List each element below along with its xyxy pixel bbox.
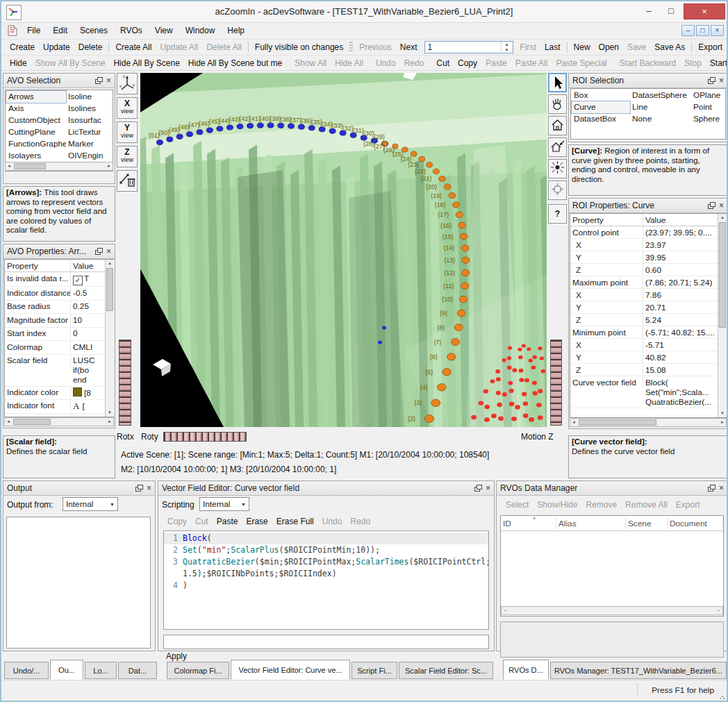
- property-value[interactable]: 39.95: [643, 251, 726, 263]
- toolbar-button-start-forward[interactable]: Start Forward: [706, 57, 727, 69]
- toolbar-button-start-backward[interactable]: Start Backward: [615, 57, 680, 69]
- vfe-button-erase-full[interactable]: Erase Full: [272, 515, 318, 528]
- list-item-isolines[interactable]: Isolines: [66, 103, 113, 115]
- close-panel-icon[interactable]: ×: [486, 485, 490, 492]
- roi-properties-hscrollbar[interactable]: ◄►: [570, 418, 727, 427]
- rvos-column-scene[interactable]: Scene: [626, 517, 668, 529]
- menu-help[interactable]: Help: [221, 24, 251, 37]
- table-row-is-invalid-data-r[interactable]: Is invalid data r...✓T: [5, 272, 113, 287]
- list-item-oivengin[interactable]: OIVEngin: [66, 150, 113, 162]
- rvos-column-alias[interactable]: Alias: [556, 517, 626, 529]
- property-value[interactable]: 15.08: [643, 364, 726, 376]
- tab-script-fi[interactable]: Script Fi...: [351, 662, 397, 679]
- vfe-button-undo[interactable]: Undo: [318, 515, 347, 528]
- rvos-header[interactable]: RVOs Data Manager ×: [497, 481, 727, 496]
- property-value[interactable]: 0.60: [643, 264, 726, 276]
- expression-input[interactable]: [163, 635, 489, 649]
- property-value[interactable]: 40.82: [643, 351, 726, 363]
- menu-edit[interactable]: Edit: [47, 24, 74, 37]
- table-row-control-point[interactable]: Control point(23.97; 39.95; 0....: [570, 226, 726, 239]
- tab-undo[interactable]: Undo/...: [4, 662, 49, 679]
- code-editor[interactable]: 1Block(2Set("min";ScalarPlus($ROICIPoint…: [163, 530, 489, 630]
- list-item-datasetbox[interactable]: DatasetBox: [572, 113, 630, 125]
- home-view-button[interactable]: [548, 116, 567, 135]
- set-home-button[interactable]: [548, 137, 567, 157]
- tab-ou[interactable]: Ou...: [50, 660, 83, 680]
- menu-view[interactable]: View: [149, 24, 179, 37]
- list-item-sphere[interactable]: Sphere: [691, 113, 726, 125]
- toolbar-button-open[interactable]: Open: [595, 41, 623, 53]
- property-value[interactable]: (7.86; 20.71; 5.24): [643, 276, 726, 288]
- table-row-x[interactable]: X7.86: [570, 289, 726, 301]
- toolbar-button-save[interactable]: Save: [623, 41, 650, 53]
- toolbar-button-undo[interactable]: Undo: [372, 57, 400, 69]
- close-panel-icon[interactable]: ×: [106, 248, 111, 256]
- avo-properties-vscrollbar[interactable]: ▲▼: [105, 260, 114, 417]
- toolbar-button-create[interactable]: Create: [6, 41, 39, 53]
- tab-dat[interactable]: Dat...: [118, 662, 157, 679]
- column-header-property[interactable]: Property: [570, 214, 643, 226]
- menu-file[interactable]: File: [21, 24, 47, 37]
- table-row-y[interactable]: Y40.82: [570, 351, 726, 364]
- y-view-button[interactable]: Yview: [117, 122, 138, 143]
- checkbox[interactable]: ✓: [73, 276, 83, 285]
- roi-selection-list[interactable]: BoxCurveDatasetBoxDatasetSphereLineNoneO…: [570, 88, 726, 140]
- apply-button[interactable]: Apply: [166, 651, 187, 661]
- vfe-button-erase[interactable]: Erase: [242, 515, 272, 528]
- avo-selection-list[interactable]: ArrowsAxisCustomObjectCuttingPlaneFuncti…: [5, 90, 113, 172]
- table-row-curve-vector-field[interactable]: Curve vector fieldBlock(Set("min";Scala.…: [570, 376, 726, 408]
- rvos-button-show-hide[interactable]: Show/Hide: [533, 499, 581, 511]
- toolbar-button-show-all[interactable]: Show All: [290, 57, 331, 69]
- property-value[interactable]: 20.71: [643, 301, 726, 313]
- toolbar-button-delete-all[interactable]: Delete All: [202, 41, 246, 53]
- toolbar-button-next[interactable]: Next: [396, 41, 422, 53]
- toolbar-button-delete[interactable]: Delete: [74, 41, 107, 53]
- toolbar-button-stop[interactable]: Stop: [680, 57, 706, 69]
- roi-properties-vscrollbar[interactable]: ▲▼: [718, 214, 727, 417]
- spinner-arrows-icon[interactable]: ▲▼: [501, 42, 513, 53]
- roty-colorbar-slider[interactable]: [163, 432, 247, 442]
- z-view-button[interactable]: Zview: [117, 146, 138, 167]
- list-item-none[interactable]: None: [630, 113, 691, 125]
- property-value[interactable]: -5.71: [643, 339, 726, 351]
- vfe-button-copy[interactable]: Copy: [163, 515, 191, 528]
- scripting-combo[interactable]: Internal ▼: [199, 497, 249, 511]
- table-row-y[interactable]: Y20.71: [570, 301, 726, 314]
- property-value[interactable]: Block(Set("min";Scala...QuatraticBezier(…: [643, 376, 726, 408]
- float-panel-icon[interactable]: [708, 77, 716, 85]
- toolbar-button-first[interactable]: First: [516, 41, 540, 53]
- rvos-column-id[interactable]: ID▾: [501, 517, 556, 529]
- tab-vector-field-editor-curve-ve[interactable]: Vector Field Editor: Curve ve...: [231, 660, 350, 680]
- scene-number-value[interactable]: 1: [425, 42, 501, 53]
- toolbar-grip[interactable]: [349, 42, 353, 53]
- vfe-button-paste[interactable]: Paste: [213, 515, 242, 528]
- avo-list-hscrollbar[interactable]: ◄►: [5, 162, 113, 171]
- code-line[interactable]: 1Block(: [164, 533, 488, 544]
- output-source-combo[interactable]: Internal ▼: [63, 497, 118, 511]
- toolbar-button-redo[interactable]: Redo: [400, 57, 429, 69]
- roi-properties-header[interactable]: ROI Properties: Curve ×: [569, 199, 727, 213]
- motion-colorbar-slider[interactable]: [550, 340, 562, 426]
- roi-selection-header[interactable]: ROI Selection ×: [569, 74, 727, 88]
- toolbar-button-paste[interactable]: Paste: [481, 57, 511, 69]
- rvos-button-select[interactable]: Select: [502, 499, 533, 511]
- vfe-button-redo[interactable]: Redo: [346, 515, 374, 528]
- table-row-base-radius[interactable]: Base radius0.25: [5, 301, 113, 315]
- mdi-close-button[interactable]: ×: [711, 25, 724, 36]
- table-row-minimum-point[interactable]: Minimum point(-5.71; 40.82; 15....: [570, 326, 726, 339]
- title-bar[interactable]: acZoomIn - acDevSoftware - [TEST17_WithV…: [1, 1, 727, 23]
- help-button[interactable]: ?: [548, 204, 567, 224]
- tab-rvos-d[interactable]: RVOs D...: [503, 660, 549, 680]
- toolbar-button-update-all[interactable]: Update All: [156, 41, 202, 53]
- toolbar-button-hide-all-by-scene[interactable]: Hide All By Scene: [109, 57, 183, 69]
- toolbar-button-export[interactable]: Export: [694, 41, 727, 53]
- toolbar-button-hide-all-by-scene-but-me[interactable]: Hide All By Scene but me: [184, 57, 286, 69]
- seek-button[interactable]: [548, 181, 567, 200]
- code-line[interactable]: 2Set("min";ScalarPlus($ROICIPointMin;10)…: [164, 544, 488, 556]
- property-value[interactable]: 23.97: [643, 239, 726, 251]
- list-item-isosurfac[interactable]: Isosurfac: [66, 115, 113, 126]
- x-view-button[interactable]: Xview: [117, 97, 138, 119]
- rvos-button-remove[interactable]: Remove: [581, 499, 621, 511]
- close-button[interactable]: ×: [684, 3, 725, 19]
- menu-rvos[interactable]: RVOs: [114, 24, 149, 37]
